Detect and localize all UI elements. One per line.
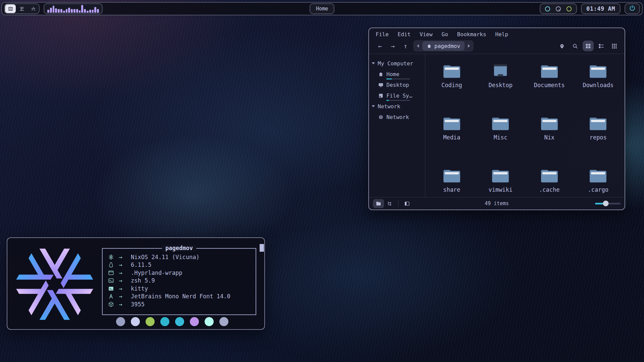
terminal-cursor	[260, 244, 264, 252]
sidebar-item-home[interactable]: Home	[369, 69, 425, 79]
sidebar-item-label: Network	[386, 114, 409, 120]
visualizer-bar	[73, 9, 75, 13]
workspace-button-2[interactable]	[16, 4, 27, 13]
sidebar-item-network[interactable]: Network	[369, 112, 425, 122]
file-item-label: vimwiki	[488, 186, 513, 193]
workspace-button-3[interactable]	[28, 4, 39, 13]
sidebar-item-desktop[interactable]: Desktop	[369, 79, 425, 90]
arrow-icon: →	[117, 261, 131, 268]
item-count-label: 49 items	[485, 200, 509, 206]
menu-item-go[interactable]: Go	[442, 31, 448, 38]
search-button[interactable]	[570, 41, 581, 51]
fetch-value: zsh 5.9	[131, 277, 155, 284]
visualizer-bar	[79, 10, 81, 13]
file-item-desktop[interactable]: Desktop	[476, 57, 525, 110]
active-window-title-label: Home	[316, 6, 328, 12]
indicator-green[interactable]	[566, 5, 573, 12]
fetch-row: →6.11.5	[108, 261, 250, 269]
palette-dot	[190, 317, 199, 326]
sidebar: My ComputerHomeDesktopFile Sy…NetworkNet…	[369, 54, 425, 197]
file-item-misc[interactable]: Misc	[476, 110, 525, 162]
workspace-button-1[interactable]	[5, 4, 16, 13]
visualizer-bar	[71, 9, 73, 13]
visualizer-bar	[89, 10, 91, 13]
zoom-slider[interactable]	[595, 197, 621, 209]
menu-item-view[interactable]: View	[420, 31, 433, 38]
status-bar: 49 items	[369, 197, 625, 209]
visualizer-bar	[68, 8, 70, 13]
top-bar-right: 01:49 AM	[540, 3, 640, 14]
folder-icon	[491, 162, 510, 183]
show-files-button[interactable]	[373, 199, 384, 208]
power-button[interactable]	[625, 3, 640, 14]
clock: 01:49 AM	[581, 3, 621, 14]
visualizer-bar	[50, 8, 52, 13]
visualizer-bar	[76, 9, 78, 13]
sidebar-section-my-computer[interactable]: My Computer	[369, 58, 425, 69]
tux-icon	[108, 262, 117, 268]
icon-view-button[interactable]	[583, 41, 594, 51]
arrow-icon: →	[117, 269, 131, 276]
file-item-nix[interactable]: Nix	[525, 110, 574, 162]
file-item-repos[interactable]: repos	[574, 110, 623, 162]
indicator-lavender[interactable]	[555, 5, 562, 12]
menu-bar: FileEditViewGoBookmarksHelp	[369, 28, 625, 38]
file-item-label: Documents	[534, 82, 565, 88]
workspace-switcher	[4, 3, 40, 14]
folder-icon	[589, 110, 607, 131]
clock-label: 01:49 AM	[586, 5, 615, 12]
breadcrumb-right-chevron-icon[interactable]	[468, 44, 470, 48]
visualizer-bar	[58, 9, 60, 13]
arrow-icon: →	[117, 301, 131, 308]
file-item-label: repos	[590, 134, 607, 141]
sidebar-item-filesy[interactable]: File Sy…	[369, 90, 425, 101]
file-item-media[interactable]: Media	[427, 110, 476, 162]
indicator-cyan[interactable]	[544, 5, 551, 12]
side-pane-toggle-button[interactable]	[401, 199, 413, 208]
fetch-row: →zsh 5.9	[108, 277, 250, 285]
menu-item-bookmarks[interactable]: Bookmarks	[457, 31, 486, 38]
file-item-coding[interactable]: Coding	[427, 57, 476, 110]
folder-icon	[442, 110, 461, 131]
arrow-icon: →	[117, 277, 131, 284]
places-pin-button[interactable]	[556, 41, 568, 51]
fetch-row: →JetBrains Mono Nerd Font 14.0	[108, 293, 250, 301]
font-icon	[108, 293, 117, 299]
forward-button[interactable]: →	[386, 42, 399, 50]
file-item-downloads[interactable]: Downloads	[574, 57, 623, 110]
folder-icon	[540, 110, 559, 131]
fetch-value: 6.11.5	[131, 261, 151, 268]
visualizer-bar	[81, 5, 83, 13]
sidebar-section-label: My Computer	[378, 60, 413, 67]
power-icon	[629, 5, 636, 13]
audio-visualizer	[44, 3, 103, 14]
menu-item-edit[interactable]: Edit	[398, 31, 411, 38]
file-item-label: Desktop	[488, 82, 513, 88]
compact-view-button[interactable]	[609, 41, 620, 51]
list-view-button[interactable]	[596, 41, 607, 51]
sidebar-item-label: Desktop	[386, 82, 409, 88]
file-item-documents[interactable]: Documents	[525, 57, 574, 110]
up-button[interactable]: ↑	[399, 42, 412, 50]
fetch-value: kitty	[131, 285, 148, 292]
visualizer-bar	[66, 9, 68, 13]
menu-item-help[interactable]: Help	[495, 31, 508, 38]
arrow-icon: →	[117, 254, 131, 260]
zoom-slider-knob[interactable]	[603, 201, 608, 206]
visualizer-bar	[53, 6, 55, 13]
sidebar-section-network[interactable]: Network	[369, 101, 425, 112]
fetch-row: →kitty	[108, 285, 250, 293]
globe-icon	[378, 114, 384, 120]
folder-icon	[442, 57, 461, 79]
status-separator	[398, 200, 398, 207]
back-button[interactable]: ←	[374, 42, 386, 50]
tree-view-button[interactable]	[384, 199, 395, 208]
breadcrumb-segment-home[interactable]: pagedmov	[422, 41, 465, 51]
menu-item-file[interactable]: File	[376, 31, 389, 38]
home-icon	[378, 71, 384, 77]
active-window-title: Home	[310, 3, 334, 14]
status-indicators	[540, 3, 577, 14]
breadcrumb-left-chevron-icon[interactable]	[417, 44, 419, 48]
visualizer-bar	[87, 11, 89, 13]
folder-icon	[589, 57, 607, 79]
